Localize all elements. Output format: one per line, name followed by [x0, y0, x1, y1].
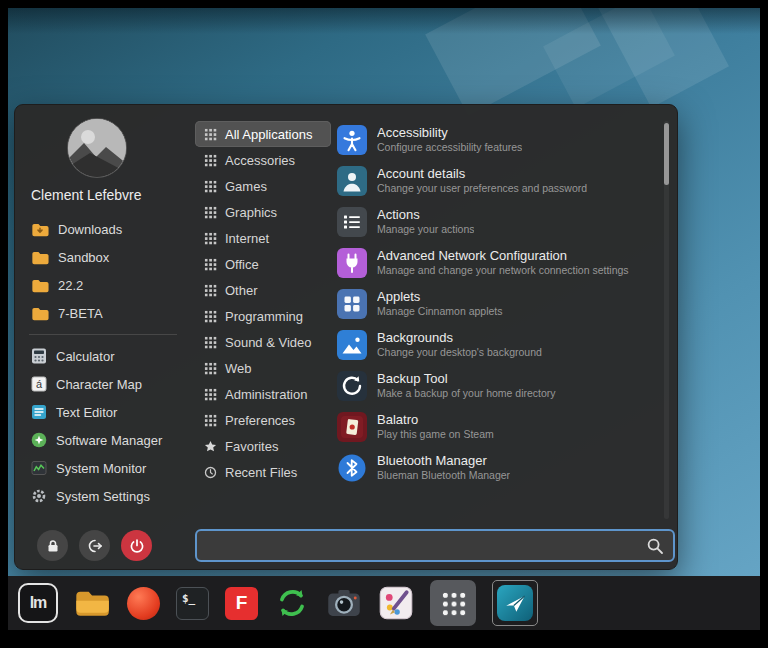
category-recent-files[interactable]: Recent Files — [195, 459, 331, 485]
app-item-advanced-network-configuration[interactable]: Advanced Network ConfigurationManage and… — [337, 242, 655, 283]
sidebar-item-label: Downloads — [58, 222, 122, 237]
app-description: Blueman Bluetooth Manager — [377, 469, 510, 481]
category-sound-video[interactable]: Sound & Video — [195, 329, 331, 355]
category-label: Office — [225, 257, 259, 272]
category-label: Favorites — [225, 439, 278, 454]
scrollbar-thumb[interactable] — [664, 123, 669, 185]
files-launcher[interactable] — [74, 588, 111, 619]
app-title: Bluetooth Manager — [377, 454, 510, 469]
app-item-actions[interactable]: ActionsManage your actions — [337, 201, 655, 242]
app-title: Backgrounds — [377, 331, 542, 346]
category-programming[interactable]: Programming — [195, 303, 331, 329]
search-icon — [646, 537, 664, 555]
backgrounds-icon — [337, 330, 367, 360]
sidebar-item-system-settings[interactable]: System Settings — [23, 482, 183, 510]
sidebar-item-downloads[interactable]: Downloads — [23, 215, 183, 243]
sidebar-item-22-2[interactable]: 22.2 — [23, 271, 183, 299]
sidebar-item-sandbox[interactable]: Sandbox — [23, 243, 183, 271]
sidebar-item-label: Character Map — [56, 377, 142, 392]
app-grid-icon — [204, 310, 217, 323]
paint-app-launcher[interactable] — [378, 585, 414, 621]
category-office[interactable]: Office — [195, 251, 331, 277]
sidebar-item-character-map[interactable]: á Character Map — [23, 370, 183, 398]
app-description: Configure accessibility features — [377, 141, 522, 153]
category-label: Sound & Video — [225, 335, 312, 350]
green-sync-app-launcher[interactable] — [274, 585, 310, 621]
category-all-applications[interactable]: All Applications — [195, 121, 331, 147]
category-favorites[interactable]: Favorites — [195, 433, 331, 459]
category-preferences[interactable]: Preferences — [195, 407, 331, 433]
cinnamon-menu-panel: Clement Lefebvre Downloads Sandbox 22.2 — [14, 104, 678, 570]
app-grid-icon — [204, 258, 217, 271]
category-label: All Applications — [225, 127, 312, 142]
sidebar-item-label: Calculator — [56, 349, 115, 364]
sidebar-item-label: Software Manager — [56, 433, 162, 448]
folder-icon — [31, 278, 49, 293]
app-item-bluetooth-manager[interactable]: Bluetooth ManagerBlueman Bluetooth Manag… — [337, 447, 655, 488]
app-description: Manage your actions — [377, 223, 474, 235]
app-grid-active-background — [430, 580, 476, 626]
system-monitor-icon — [31, 460, 47, 476]
app-item-accessibility[interactable]: AccessibilityConfigure accessibility fea… — [337, 119, 655, 160]
category-web[interactable]: Web — [195, 355, 331, 381]
terminal-launcher[interactable]: $_ — [176, 587, 209, 620]
app-description: Play this game on Steam — [377, 428, 494, 440]
teal-send-app-launcher[interactable] — [492, 580, 538, 626]
app-item-backup-tool[interactable]: Backup ToolMake a backup of your home di… — [337, 365, 655, 406]
actions-icon — [337, 207, 367, 237]
avatar-image — [68, 119, 127, 178]
category-label: Other — [225, 283, 258, 298]
sidebar-item-7-beta[interactable]: 7-BETA — [23, 299, 183, 327]
camera-app-launcher[interactable] — [326, 586, 362, 620]
folder-icon — [31, 250, 49, 265]
sidebar-item-software-manager[interactable]: Software Manager — [23, 426, 183, 454]
app-grid-icon — [204, 362, 217, 375]
character-map-icon: á — [31, 376, 47, 392]
folder-icon — [31, 306, 49, 321]
app-title: Accessibility — [377, 126, 522, 141]
sidebar-item-label: System Monitor — [56, 461, 146, 476]
app-grid-icon — [204, 388, 217, 401]
sidebar-item-text-editor[interactable]: Text Editor — [23, 398, 183, 426]
app-item-backgrounds[interactable]: BackgroundsChange your desktop's backgro… — [337, 324, 655, 365]
mint-monogram: lm — [30, 594, 47, 612]
category-other[interactable]: Other — [195, 277, 331, 303]
text-editor-icon — [31, 404, 47, 420]
software-manager-icon — [31, 432, 47, 448]
app-item-applets[interactable]: AppletsManage Cinnamon applets — [337, 283, 655, 324]
lock-button[interactable] — [37, 530, 68, 561]
category-accessories[interactable]: Accessories — [195, 147, 331, 173]
app-grid-icon — [204, 414, 217, 427]
category-administration[interactable]: Administration — [195, 381, 331, 407]
app-title: Balatro — [377, 413, 494, 428]
app-title: Backup Tool — [377, 372, 556, 387]
green-sync-app-icon — [274, 585, 310, 621]
category-games[interactable]: Games — [195, 173, 331, 199]
shutdown-button[interactable] — [121, 530, 152, 561]
menu-search-input[interactable] — [206, 538, 646, 553]
sidebar-item-calculator[interactable]: Calculator — [23, 342, 183, 370]
category-label: Programming — [225, 309, 303, 324]
session-buttons — [37, 530, 152, 561]
mint-menu-button[interactable]: lm — [18, 583, 58, 623]
app-title: Applets — [377, 290, 503, 305]
red-circle-app-launcher[interactable] — [127, 587, 160, 620]
app-item-balatro[interactable]: BalatroPlay this game on Steam — [337, 406, 655, 447]
screen: Clement Lefebvre Downloads Sandbox 22.2 — [0, 0, 768, 648]
category-internet[interactable]: Internet — [195, 225, 331, 251]
lock-icon — [45, 538, 61, 554]
f-tile-app-launcher[interactable]: F — [225, 587, 258, 620]
logout-button[interactable] — [79, 530, 110, 561]
account-details-icon — [337, 166, 367, 196]
app-grid-launcher[interactable] — [430, 580, 476, 626]
category-label: Administration — [225, 387, 307, 402]
user-avatar[interactable] — [67, 118, 127, 178]
app-list-scrollbar — [664, 121, 669, 519]
sidebar-item-system-monitor[interactable]: System Monitor — [23, 454, 183, 482]
terminal-icon: $_ — [176, 587, 209, 620]
app-grid-icon — [204, 128, 217, 141]
terminal-prompt-glyph: $_ — [182, 592, 195, 605]
f-glyph: F — [236, 592, 248, 614]
app-item-account-details[interactable]: Account detailsChange your user preferen… — [337, 160, 655, 201]
category-graphics[interactable]: Graphics — [195, 199, 331, 225]
